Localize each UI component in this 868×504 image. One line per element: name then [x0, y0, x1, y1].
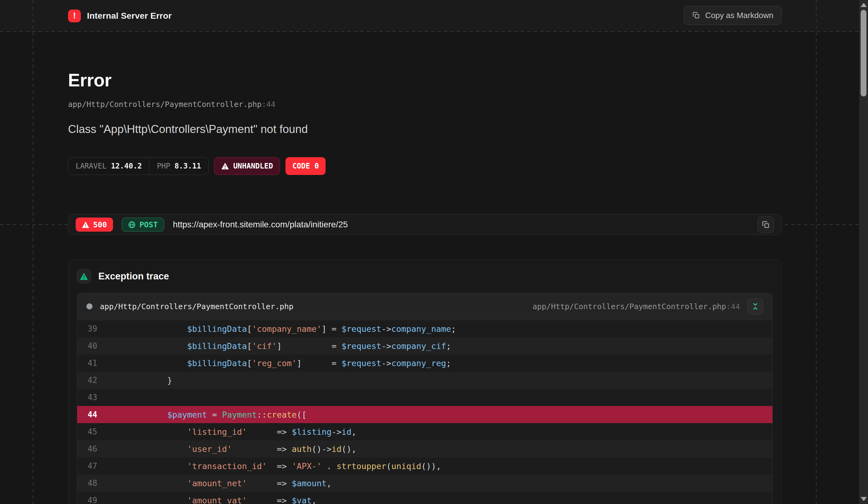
code-line-44: 44 $payment = Payment::create([ [77, 406, 773, 423]
code-line-48: 48 'amount_net' => $amount, [77, 475, 773, 492]
laravel-version: 12.40.2 [111, 162, 142, 170]
frame-location: app/Http/Controllers/PaymentController.p… [533, 302, 740, 311]
copy-icon [692, 11, 700, 19]
php-label: PHP [157, 162, 170, 170]
code-lines: 39 $billingData['company_name'] = $reque… [77, 320, 773, 504]
frame-location-path: app/Http/Controllers/PaymentController.p… [533, 302, 726, 311]
line-number: 40 [77, 341, 114, 350]
status-warning-icon [82, 221, 90, 228]
code-text: $billingData['cif'] = $request->company_… [114, 341, 451, 351]
copy-icon [762, 220, 770, 229]
scrollbar-down-arrow[interactable] [861, 497, 867, 501]
code-line-49: 49 'amount_vat' => $vat, [77, 492, 773, 504]
left-guide-line [33, 0, 33, 504]
laravel-label: LARAVEL [76, 162, 106, 170]
scrollbar-up-arrow[interactable] [861, 3, 867, 7]
code-text: 'listing_id' => $listing->id, [114, 427, 356, 436]
error-heading: Error [68, 70, 326, 91]
frame-file-name: app/Http/Controllers/PaymentController.p… [100, 302, 293, 311]
method-badge: POST [122, 217, 164, 232]
code-text: $billingData['reg_com'] = $request->comp… [114, 359, 451, 368]
warning-triangle-icon [221, 162, 229, 170]
code-line-41: 41 $billingData['reg_com'] = $request->c… [77, 354, 773, 372]
copy-as-markdown-button[interactable]: Copy as Markdown [684, 6, 782, 25]
exception-trace-header: Exception trace [68, 259, 781, 292]
line-number: 47 [77, 461, 114, 471]
error-line-number: :44 [261, 100, 275, 109]
code-text: $payment = Payment::create([ [114, 410, 307, 420]
code-line-46: 46 'user_id' => auth()->id(), [77, 440, 773, 457]
line-number: 43 [77, 393, 114, 402]
laravel-version-segment: LARAVEL 12.40.2 [68, 157, 149, 175]
request-url: https://apex-front.sitemile.com/plata/in… [173, 220, 749, 229]
version-pill: LARAVEL 12.40.2 PHP 8.3.11 [68, 157, 209, 175]
line-number: 46 [77, 444, 114, 453]
scrollbar-thumb[interactable] [861, 10, 867, 96]
status-badge: 500 [76, 217, 113, 232]
chevrons-collapse-icon [751, 302, 759, 310]
line-number: 48 [77, 479, 114, 488]
copy-url-button[interactable] [757, 216, 774, 233]
error-file: app/Http/Controllers/PaymentController.p… [68, 100, 261, 109]
trace-frame: app/Http/Controllers/PaymentController.p… [77, 292, 773, 504]
method-label: POST [140, 220, 158, 229]
code-line-39: 39 $billingData['company_name'] = $reque… [77, 320, 773, 337]
frame-location-line: :44 [726, 302, 740, 311]
trace-alert-icon [77, 269, 91, 284]
error-code-badge: CODE 0 [286, 157, 326, 175]
line-number: 44 [77, 410, 114, 419]
collapse-frame-button[interactable] [747, 298, 763, 314]
line-number: 45 [77, 427, 114, 436]
request-bar: 500 POST https://apex-front.sitemile.com… [68, 214, 782, 235]
copy-as-markdown-label: Copy as Markdown [705, 11, 773, 20]
error-file-path: app/Http/Controllers/PaymentController.p… [68, 100, 326, 109]
code-text: 'transaction_id' => 'APX-' . strtoupper(… [114, 461, 441, 471]
topbar-left: ! Internal Server Error [68, 0, 172, 32]
unhandled-label: UNHANDLED [233, 162, 273, 170]
right-guide-line [816, 0, 817, 504]
code-line-43: 43 [77, 389, 773, 406]
unhandled-badge: UNHANDLED [214, 157, 280, 175]
code-text: 'amount_net' => $amount, [114, 479, 332, 488]
status-code: 500 [93, 220, 107, 229]
code-text: } [114, 376, 172, 385]
code-line-45: 45 'listing_id' => $listing->id, [77, 423, 773, 440]
browser-scrollbar[interactable] [859, 0, 868, 504]
line-number: 39 [77, 324, 114, 333]
line-number: 42 [77, 376, 114, 385]
php-version: 8.3.11 [175, 162, 201, 170]
line-number: 49 [77, 496, 114, 504]
error-message: Class "App\Http\Controllers\Payment" not… [68, 123, 326, 136]
error-alert-icon: ! [68, 10, 81, 22]
error-summary: Error app/Http/Controllers/PaymentContro… [68, 70, 326, 175]
line-number: 41 [77, 359, 114, 368]
trace-frame-header: app/Http/Controllers/PaymentController.p… [77, 293, 773, 320]
code-line-47: 47 'transaction_id' => 'APX-' . strtoupp… [77, 457, 773, 475]
exception-trace-title: Exception trace [98, 271, 169, 282]
code-line-40: 40 $billingData['cif'] = $request->compa… [77, 337, 773, 354]
code-text: 'user_id' => auth()->id(), [114, 444, 356, 454]
code-text: $billingData['company_name'] = $request-… [114, 324, 456, 334]
laravel-error-page: ! Internal Server Error Copy as Markdown… [0, 0, 868, 504]
code-text: 'amount_vat' => $vat, [114, 496, 317, 504]
meta-badges: LARAVEL 12.40.2 PHP 8.3.11 UNHANDLED COD… [68, 157, 326, 175]
code-line-42: 42 } [77, 372, 773, 389]
page-title: Internal Server Error [87, 11, 172, 21]
php-version-segment: PHP 8.3.11 [149, 157, 208, 175]
globe-icon [128, 221, 136, 228]
frame-bullet-icon [86, 303, 93, 309]
exception-trace-section: Exception trace app/Http/Controllers/Pay… [68, 259, 782, 504]
